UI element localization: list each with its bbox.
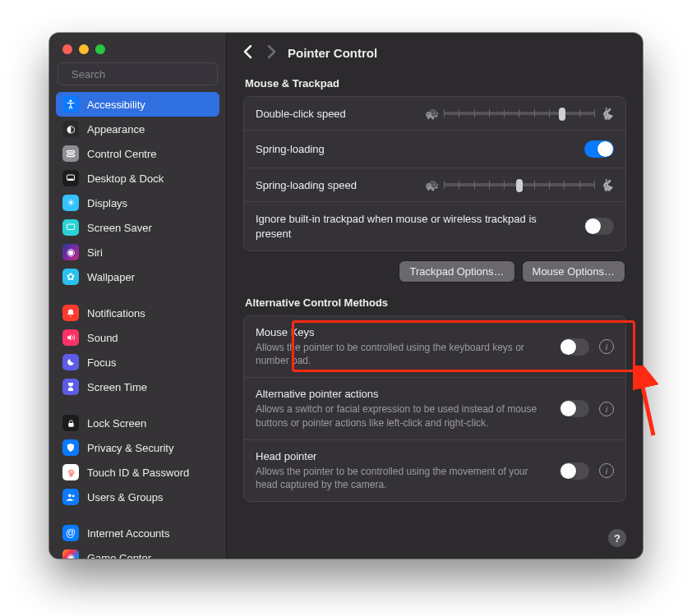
accessibility-icon: [62, 96, 79, 113]
sidebar-item-screen-time[interactable]: Screen Time: [56, 375, 219, 399]
sidebar-item-label: Lock Screen: [87, 417, 146, 430]
sidebar-item-users-groups[interactable]: Users & Groups: [56, 485, 219, 509]
svg-rect-3: [67, 151, 75, 154]
sidebar-item-screen-saver[interactable]: Screen Saver: [56, 215, 219, 240]
sidebar: Accessibility ◐ Appearance Control Centr…: [49, 33, 227, 559]
page-title: Pointer Control: [288, 46, 377, 60]
sidebar-item-label: Game Center: [87, 552, 151, 559]
forward-button[interactable]: [267, 44, 276, 62]
desktop-dock-icon: [62, 170, 79, 186]
sidebar-item-accessibility[interactable]: Accessibility: [56, 92, 219, 117]
sidebar-nav: Accessibility ◐ Appearance Control Centr…: [49, 92, 226, 559]
sidebar-item-notifications[interactable]: Notifications: [56, 301, 219, 325]
hare-icon: 🐇: [600, 107, 614, 120]
desc-head-pointer: Allows the pointer to be controlled usin…: [256, 465, 550, 491]
row-mouse-keys: Mouse Keys Allows the pointer to be cont…: [244, 316, 625, 378]
appearance-icon: ◐: [62, 121, 79, 137]
svg-rect-7: [67, 224, 75, 230]
sidebar-item-label: Desktop & Dock: [87, 172, 164, 185]
row-head-pointer: Head pointer Allows the pointer to be co…: [244, 440, 625, 501]
tortoise-icon: 🐢: [425, 178, 439, 191]
close-window-button[interactable]: [62, 44, 72, 54]
row-alt-pointer-actions: Alternative pointer actions Allows a swi…: [244, 378, 625, 439]
search-input[interactable]: [70, 67, 211, 81]
sidebar-item-privacy-security[interactable]: Privacy & Security: [56, 435, 219, 460]
sidebar-item-sound[interactable]: Sound: [56, 325, 219, 350]
mouse-options-button[interactable]: Mouse Options…: [523, 261, 625, 282]
info-head-pointer[interactable]: i: [599, 463, 614, 478]
sidebar-item-label: Internet Accounts: [87, 527, 169, 540]
svg-rect-6: [68, 179, 73, 180]
row-ignore-trackpad: Ignore built-in trackpad when mouse or w…: [244, 202, 625, 251]
row-double-click-speed: Double-click speed 🐢 🐇: [244, 97, 625, 131]
label-head-pointer: Head pointer: [256, 450, 550, 462]
sidebar-item-lock-screen[interactable]: Lock Screen: [56, 411, 219, 435]
sidebar-item-wallpaper[interactable]: ✿ Wallpaper: [56, 264, 219, 289]
slider-spring-loading-speed[interactable]: 🐢 🐇: [425, 178, 614, 191]
svg-rect-4: [67, 154, 75, 157]
lock-screen-icon: [62, 415, 79, 431]
settings-window: Accessibility ◐ Appearance Control Centr…: [49, 33, 643, 559]
label-spring-loading-speed: Spring-loading speed: [256, 179, 357, 191]
svg-point-9: [67, 494, 71, 497]
label-double-click-speed: Double-click speed: [256, 108, 346, 120]
slider-double-click-speed[interactable]: 🐢 🐇: [425, 107, 614, 120]
label-ignore-trackpad: Ignore built-in trackpad when mouse or w…: [256, 212, 574, 241]
sidebar-item-label: Displays: [87, 197, 127, 209]
toggle-mouse-keys[interactable]: [560, 338, 589, 356]
hare-icon: 🐇: [600, 178, 614, 191]
sidebar-item-internet-accounts[interactable]: @ Internet Accounts: [56, 521, 219, 545]
section-alt-control-title: Alternative Control Methods: [245, 297, 625, 309]
focus-icon: [62, 354, 79, 370]
sidebar-item-control-centre[interactable]: Control Centre: [56, 141, 219, 166]
toggle-alt-pointer-actions[interactable]: [560, 400, 589, 417]
toggle-head-pointer[interactable]: [560, 462, 589, 480]
tortoise-icon: 🐢: [425, 107, 439, 120]
svg-rect-8: [68, 423, 73, 427]
trackpad-options-button[interactable]: Trackpad Options…: [399, 261, 514, 282]
sidebar-item-label: Screen Time: [87, 381, 147, 393]
row-spring-loading-speed: Spring-loading speed 🐢 🐇: [244, 168, 625, 202]
sidebar-item-desktop-dock[interactable]: Desktop & Dock: [56, 166, 219, 191]
sidebar-item-label: Siri: [87, 246, 103, 259]
desc-mouse-keys: Allows the pointer to be controlled usin…: [256, 341, 550, 367]
zoom-window-button[interactable]: [95, 44, 105, 54]
help-button[interactable]: ?: [608, 529, 626, 547]
toggle-ignore-trackpad[interactable]: [584, 218, 614, 235]
displays-icon: ☀: [62, 195, 79, 211]
sidebar-item-displays[interactable]: ☀ Displays: [56, 191, 219, 215]
sidebar-item-game-center[interactable]: ◉ Game Center: [56, 545, 219, 559]
sidebar-item-label: Control Centre: [87, 148, 157, 160]
control-centre-icon: [62, 145, 79, 162]
sidebar-item-focus[interactable]: Focus: [56, 350, 219, 375]
info-mouse-keys[interactable]: i: [599, 339, 614, 354]
sidebar-item-label: Touch ID & Password: [87, 467, 189, 479]
sidebar-item-label: Privacy & Security: [87, 442, 173, 454]
privacy-icon: [62, 439, 79, 456]
siri-icon: ◉: [62, 244, 79, 260]
sidebar-item-label: Appearance: [87, 123, 145, 136]
users-groups-icon: [62, 489, 79, 505]
window-controls: [49, 33, 226, 62]
sidebar-item-label: Wallpaper: [87, 271, 135, 283]
wallpaper-icon: ✿: [62, 269, 79, 285]
row-spring-loading: Spring-loading: [244, 131, 625, 168]
search-field[interactable]: [58, 62, 218, 85]
sidebar-item-appearance[interactable]: ◐ Appearance: [56, 117, 219, 141]
toggle-spring-loading[interactable]: [584, 140, 614, 158]
game-center-icon: ◉: [62, 549, 79, 559]
sound-icon: [62, 329, 79, 346]
content-scroll[interactable]: Mouse & Trackpad Double-click speed 🐢 🐇: [227, 72, 643, 559]
sidebar-item-touch-id-password[interactable]: Touch ID & Password: [56, 460, 219, 485]
svg-point-10: [72, 494, 74, 497]
notifications-icon: [62, 305, 79, 321]
screen-time-icon: [62, 379, 79, 395]
back-button[interactable]: [243, 44, 252, 62]
titlebar: Pointer Control: [227, 33, 643, 72]
desc-alt-pointer-actions: Allows a switch or facial expression to …: [256, 402, 550, 429]
sidebar-item-siri[interactable]: ◉ Siri: [56, 240, 219, 264]
label-alt-pointer-actions: Alternative pointer actions: [256, 388, 550, 400]
info-alt-pointer-actions[interactable]: i: [599, 402, 614, 416]
sidebar-item-label: Screen Saver: [87, 222, 152, 234]
minimize-window-button[interactable]: [79, 44, 89, 54]
